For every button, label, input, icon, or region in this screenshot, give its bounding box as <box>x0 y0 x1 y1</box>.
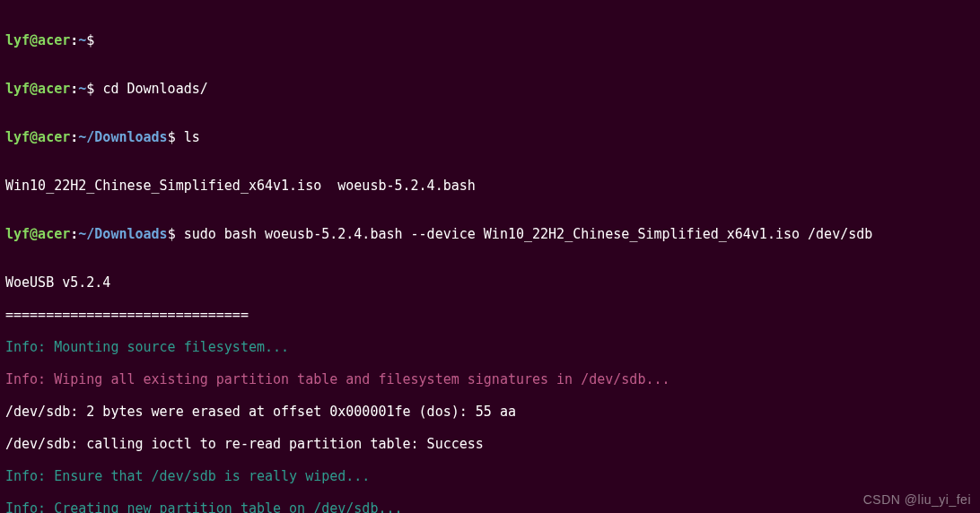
prompt-user: lyf@acer <box>5 32 70 48</box>
info-wipe: Info: Wiping all existing partition tabl… <box>5 371 975 387</box>
out-erase: /dev/sdb: 2 bytes were erased at offset … <box>5 404 975 420</box>
prompt-line-1: lyf@acer:~$ cd Downloads/ <box>5 81 975 97</box>
cmd-ls: ls <box>184 129 200 145</box>
info-mount-src: Info: Mounting source filesystem... <box>5 339 975 355</box>
prompt-user: lyf@acer <box>5 129 70 145</box>
info-newpt: Info: Creating new partition table on /d… <box>5 500 975 513</box>
ls-output: Win10_22H2_Chinese_Simplified_x64v1.iso … <box>5 178 975 194</box>
prompt-colon: : <box>70 81 78 97</box>
prompt-path: ~/Downloads <box>78 129 167 145</box>
prompt-user: lyf@acer <box>5 226 70 242</box>
prompt-sigil: $ <box>86 32 102 48</box>
banner-sep: ============================== <box>5 307 975 323</box>
prompt-line-2: lyf@acer:~/Downloads$ ls <box>5 129 975 145</box>
prompt-line-0: lyf@acer:~$ <box>5 32 975 48</box>
prompt-colon: : <box>70 226 78 242</box>
watermark: CSDN @liu_yi_fei <box>863 491 971 508</box>
prompt-path: ~ <box>78 81 86 97</box>
cmd-sudo: sudo bash woeusb-5.2.4.bash --device Win… <box>184 226 873 242</box>
prompt-sigil: $ <box>86 81 102 97</box>
prompt-path: ~/Downloads <box>78 226 167 242</box>
banner-version: WoeUSB v5.2.4 <box>5 274 975 291</box>
terminal[interactable]: lyf@acer:~$ lyf@acer:~$ cd Downloads/ ly… <box>0 0 980 513</box>
info-ensure: Info: Ensure that /dev/sdb is really wip… <box>5 468 975 484</box>
prompt-line-3: lyf@acer:~/Downloads$ sudo bash woeusb-5… <box>5 226 975 242</box>
prompt-sigil: $ <box>168 129 184 145</box>
cmd-cd: cd Downloads/ <box>102 81 207 97</box>
prompt-path: ~ <box>78 32 86 48</box>
out-ioctl: /dev/sdb: calling ioctl to re-read parti… <box>5 436 975 452</box>
prompt-user: lyf@acer <box>5 81 70 97</box>
prompt-sigil: $ <box>168 226 184 242</box>
prompt-colon: : <box>70 32 78 48</box>
prompt-colon: : <box>70 129 78 145</box>
